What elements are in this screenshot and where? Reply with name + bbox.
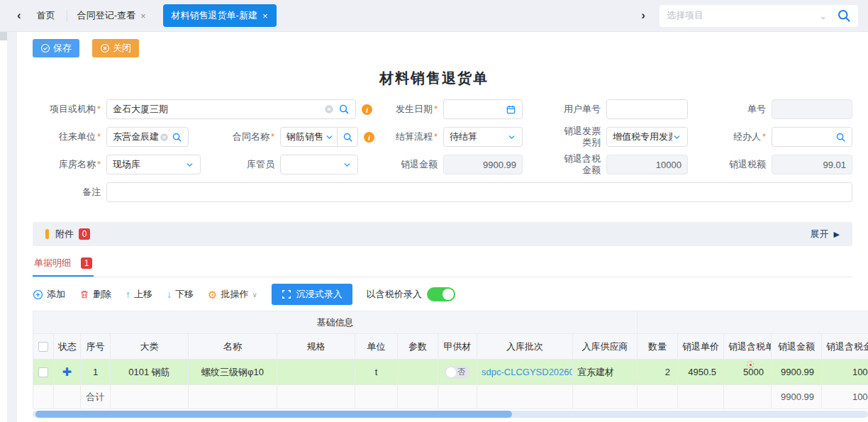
tab-detail-lines[interactable]: 单据明细 1 bbox=[33, 255, 94, 277]
batch-ops-menu[interactable]: ⚙ 批操作 ∨ bbox=[208, 288, 257, 301]
save-button[interactable]: 保存 bbox=[33, 39, 79, 57]
col-amount-tax: 销退含税金额 bbox=[822, 334, 868, 360]
save-button-label: 保存 bbox=[53, 42, 72, 55]
trash-icon bbox=[79, 289, 89, 299]
col-price: 销退单价 bbox=[678, 334, 724, 360]
clear-icon[interactable] bbox=[324, 104, 334, 114]
cell-amount-tax[interactable]: 10000 bbox=[822, 360, 868, 385]
user-no-field[interactable] bbox=[606, 99, 688, 119]
top-tab-bar: ‹ 首页 合同登记-查看 × 材料销售退货单-新建 × › 选择项目 ⌄ bbox=[0, 0, 868, 32]
tabs-scroll-left-icon[interactable]: ‹ bbox=[13, 9, 26, 23]
horizontal-scrollbar[interactable] bbox=[33, 411, 868, 418]
amount-field: 9900.99 bbox=[443, 155, 523, 174]
detail-toolbar: 添加 删除 ↑ 上移 ↓ 下移 ⚙ 批操作 ∨ 沉浸式录入 以含税价录入 bbox=[33, 284, 852, 305]
chevron-down-icon[interactable] bbox=[507, 133, 516, 142]
project-field[interactable]: 金石大厦三期 bbox=[106, 99, 356, 119]
cell-price-tax[interactable]: 5000 bbox=[724, 360, 772, 385]
col-inbound-batch: 入库批次 bbox=[477, 334, 573, 360]
modified-marker-icon bbox=[747, 361, 754, 368]
settle-value: 待结算 bbox=[450, 131, 507, 143]
total-label: 合计 bbox=[81, 385, 111, 409]
cell-name[interactable]: 螺纹三级钢φ10 bbox=[189, 360, 277, 385]
owner-supplied-toggle[interactable]: 否 bbox=[445, 366, 470, 379]
search-icon[interactable] bbox=[343, 132, 353, 143]
project-label: 项目或机构 bbox=[33, 99, 106, 119]
triangle-right-icon: ▶ bbox=[834, 230, 840, 239]
contract-value: 钢筋销售 bbox=[286, 131, 325, 143]
chevron-down-icon[interactable] bbox=[185, 160, 194, 170]
gear-icon: ⚙ bbox=[208, 289, 217, 300]
amount-label: 销退金额 bbox=[358, 155, 443, 174]
clear-icon[interactable] bbox=[160, 133, 169, 142]
col-price-tax: 销退含税单价 bbox=[724, 334, 772, 360]
amount-value: 9900.99 bbox=[450, 160, 516, 170]
expand-label: 展开 bbox=[811, 228, 829, 240]
col-spec: 规格 bbox=[277, 334, 355, 360]
cell-category[interactable]: 0101 钢筋 bbox=[111, 360, 189, 385]
info-icon[interactable]: i bbox=[364, 132, 374, 143]
tab-contract-view[interactable]: 合同登记-查看 × bbox=[67, 9, 156, 22]
arrow-up-icon: ↑ bbox=[126, 289, 130, 300]
col-category: 大类 bbox=[111, 334, 189, 360]
cell-unit[interactable]: t bbox=[355, 360, 398, 385]
expand-button[interactable]: 展开 ▶ bbox=[811, 228, 840, 240]
add-row-button[interactable]: 添加 bbox=[33, 288, 65, 301]
tab-close-icon[interactable]: × bbox=[140, 11, 146, 21]
cell-spec[interactable] bbox=[277, 360, 355, 385]
col-seq: 序号 bbox=[81, 334, 111, 360]
scrollbar-thumb[interactable] bbox=[35, 411, 512, 418]
total-row: 合计 9900.99 10000 bbox=[33, 385, 868, 409]
move-up-button[interactable]: ↑ 上移 bbox=[126, 288, 152, 301]
calendar-icon[interactable] bbox=[506, 104, 516, 115]
chevron-down-icon[interactable] bbox=[672, 133, 681, 142]
tab-close-icon[interactable]: × bbox=[262, 11, 268, 21]
keeper-label: 库管员 bbox=[201, 155, 280, 174]
cell-param[interactable] bbox=[398, 360, 438, 385]
remark-label: 备注 bbox=[33, 182, 106, 202]
chevron-down-icon[interactable] bbox=[325, 133, 334, 142]
project-value: 金石大厦三期 bbox=[113, 103, 324, 116]
project-select[interactable]: 选择项目 ⌄ bbox=[660, 5, 858, 27]
date-field[interactable] bbox=[443, 99, 523, 119]
search-icon[interactable] bbox=[837, 9, 851, 23]
search-icon[interactable] bbox=[835, 132, 846, 143]
warehouse-value: 现场库 bbox=[113, 158, 185, 171]
move-up-label: 上移 bbox=[134, 288, 152, 301]
settle-select[interactable]: 待结算 bbox=[443, 127, 523, 147]
batch-ops-label: 批操作 bbox=[221, 288, 248, 301]
move-down-label: 下移 bbox=[175, 288, 194, 301]
info-icon[interactable]: i bbox=[362, 104, 372, 115]
close-button[interactable]: 关闭 bbox=[92, 39, 139, 57]
tab-home[interactable]: 首页 bbox=[26, 9, 67, 22]
tax-entry-toggle[interactable] bbox=[427, 287, 455, 301]
tabs-scroll-right-icon[interactable]: › bbox=[637, 9, 650, 23]
move-down-button[interactable]: ↓ 下移 bbox=[167, 288, 194, 301]
warehouse-select[interactable]: 现场库 bbox=[106, 155, 201, 174]
contract-field[interactable]: 钢筋销售 bbox=[280, 127, 358, 147]
chevron-down-icon[interactable] bbox=[343, 160, 352, 170]
search-icon[interactable] bbox=[172, 132, 182, 143]
chevron-down-icon: ⌄ bbox=[819, 11, 827, 21]
detail-count-badge: 1 bbox=[81, 257, 92, 269]
cell-supplier[interactable]: 宜东建材 bbox=[573, 360, 638, 385]
partner-field[interactable]: 东营金辰建 bbox=[106, 127, 189, 147]
select-all-checkbox[interactable] bbox=[38, 342, 48, 352]
cell-qty[interactable]: 2 bbox=[638, 360, 678, 385]
cell-amount[interactable]: 9900.99 bbox=[772, 360, 822, 385]
left-scroll-strip[interactable] bbox=[7, 32, 17, 422]
remark-field[interactable] bbox=[106, 182, 852, 202]
col-inbound-supplier: 入库供应商 bbox=[573, 334, 638, 360]
cell-price[interactable]: 4950.5 bbox=[678, 360, 724, 385]
tax-field: 99.01 bbox=[772, 155, 852, 174]
keeper-select[interactable] bbox=[280, 155, 358, 174]
invoice-type-select[interactable]: 增值税专用发票 bbox=[606, 127, 688, 147]
row-checkbox[interactable] bbox=[38, 367, 48, 377]
immersive-entry-button[interactable]: 沉浸式录入 bbox=[272, 284, 352, 305]
arrow-down-icon: ↓ bbox=[167, 289, 172, 300]
cell-inbound-batch-link[interactable]: sdpc-CLCGYSD2026010 bbox=[477, 360, 573, 385]
tab-material-return-new[interactable]: 材料销售退货单-新建 × bbox=[163, 4, 277, 27]
delete-row-button[interactable]: 删除 bbox=[79, 288, 111, 301]
handler-field[interactable] bbox=[772, 127, 852, 147]
search-icon[interactable] bbox=[338, 104, 350, 115]
col-qty: 数量 bbox=[638, 334, 678, 360]
